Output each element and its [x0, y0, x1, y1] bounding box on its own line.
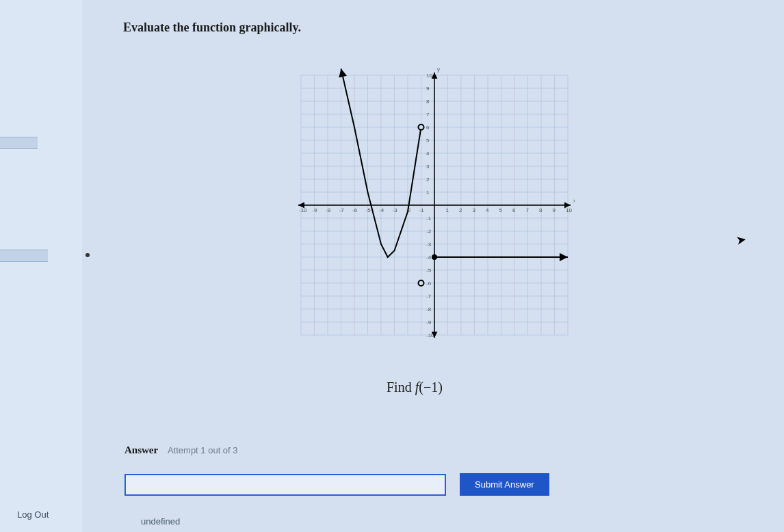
attempt-counter: Attempt 1 out of 3: [168, 445, 238, 455]
svg-text:-8: -8: [426, 306, 432, 312]
svg-text:8: 8: [426, 98, 430, 105]
question-prefix: Find: [387, 380, 415, 395]
svg-point-86: [419, 124, 424, 130]
svg-text:4: 4: [426, 150, 430, 157]
submit-button[interactable]: Submit Answer: [460, 473, 549, 496]
svg-text:-10: -10: [299, 207, 307, 213]
function-graph: xy-10-9-8-7-6-5-4-3-2-112345678910-10-9-…: [294, 68, 575, 342]
left-rail: [0, 0, 82, 532]
answer-input[interactable]: [125, 474, 446, 496]
undefined-button[interactable]: undefined: [141, 516, 180, 527]
svg-text:-7: -7: [339, 207, 345, 213]
answer-header: Answer Attempt 1 out of 3: [125, 444, 238, 456]
svg-point-88: [432, 254, 437, 260]
answer-label: Answer: [125, 444, 158, 455]
question-arg: (−1): [419, 380, 443, 395]
logout-link[interactable]: Log Out: [17, 509, 49, 520]
svg-text:y: y: [437, 68, 440, 72]
svg-text:7: 7: [426, 111, 430, 118]
svg-text:3: 3: [426, 163, 430, 170]
svg-text:-4: -4: [379, 207, 384, 213]
svg-point-87: [419, 280, 424, 286]
svg-text:1: 1: [426, 189, 430, 196]
svg-text:3: 3: [473, 207, 476, 213]
svg-text:9: 9: [426, 85, 430, 92]
sidebar-marker-1: [0, 137, 38, 149]
svg-text:10: 10: [426, 72, 432, 79]
svg-text:-5: -5: [426, 267, 432, 274]
svg-text:9: 9: [553, 207, 556, 213]
svg-text:5: 5: [499, 207, 503, 213]
mouse-cursor-icon: ➤: [735, 232, 748, 248]
svg-text:-1: -1: [419, 207, 425, 213]
svg-text:-3: -3: [393, 207, 398, 213]
svg-text:-9: -9: [313, 207, 318, 213]
svg-text:-6: -6: [426, 280, 432, 287]
bullet-dot: [86, 253, 90, 257]
instruction-text: Evaluate the function graphically.: [123, 21, 301, 35]
svg-text:-3: -3: [426, 241, 432, 248]
svg-text:2: 2: [426, 176, 430, 183]
svg-text:x: x: [573, 198, 575, 204]
svg-text:6: 6: [512, 207, 516, 213]
svg-text:4: 4: [486, 207, 489, 213]
svg-text:-7: -7: [426, 293, 432, 300]
question-text: Find f(−1): [387, 380, 443, 395]
svg-text:-8: -8: [326, 207, 331, 213]
svg-text:-1: -1: [426, 215, 432, 222]
svg-text:-10: -10: [426, 332, 434, 338]
svg-text:5: 5: [426, 137, 430, 144]
svg-text:1: 1: [446, 207, 449, 213]
svg-text:-5: -5: [366, 207, 371, 213]
sidebar-marker-2: [0, 250, 48, 262]
svg-text:6: 6: [426, 124, 430, 131]
svg-text:-6: -6: [352, 207, 358, 213]
svg-text:2: 2: [459, 207, 462, 213]
svg-text:10: 10: [566, 207, 572, 213]
svg-text:-4: -4: [426, 254, 432, 261]
svg-text:-2: -2: [426, 228, 432, 235]
svg-text:8: 8: [539, 207, 543, 213]
svg-text:-9: -9: [426, 319, 432, 325]
svg-text:7: 7: [526, 207, 530, 213]
